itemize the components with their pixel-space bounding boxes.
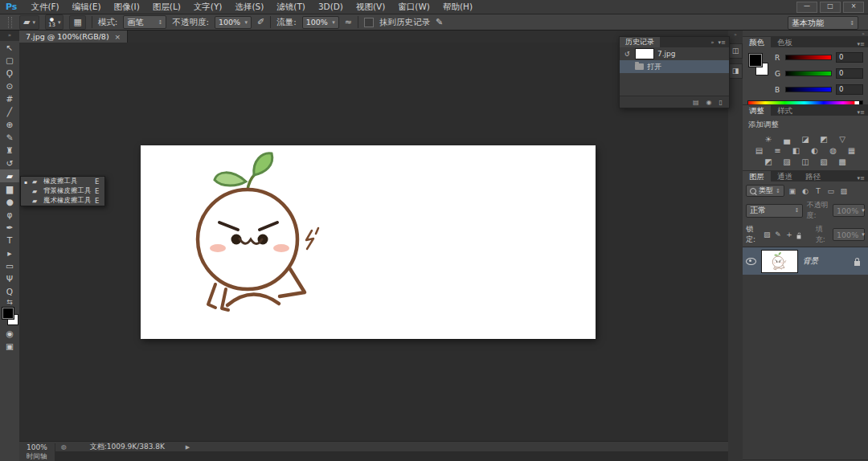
lasso-tool[interactable]: Ϙ <box>0 67 19 80</box>
tab-color[interactable]: 颜色 <box>743 37 771 47</box>
dodge-tool[interactable]: φ <box>0 208 19 221</box>
hand-tool[interactable]: Ψ <box>0 272 19 285</box>
blue-slider[interactable] <box>785 87 832 92</box>
layer-thumbnail[interactable] <box>761 250 798 273</box>
tab-swatches[interactable]: 色板 <box>771 37 799 47</box>
tab-styles[interactable]: 样式 <box>771 105 799 116</box>
layer-name[interactable]: 背景 <box>803 256 850 267</box>
fill-value-field[interactable]: 100% ▾ <box>833 228 865 241</box>
history-tab[interactable]: 历史记录 <box>620 37 660 47</box>
tab-layers[interactable]: 图层 <box>743 171 771 182</box>
canvas-artwork[interactable] <box>141 145 596 339</box>
close-button[interactable]: × <box>843 2 864 13</box>
menu-item[interactable]: 选择(S) <box>228 0 270 14</box>
move-tool[interactable]: ↖ <box>0 41 19 54</box>
blend-mode-dropdown[interactable]: 正常 ↕ <box>746 204 803 218</box>
layer-visibility-eye-icon[interactable] <box>746 258 756 265</box>
marquee-tool[interactable]: ▢ <box>0 54 19 67</box>
mode-dropdown[interactable]: 画笔 ↕ <box>123 15 166 29</box>
blur-tool[interactable]: ● <box>0 195 19 208</box>
red-value-field[interactable]: 0 <box>836 52 863 63</box>
green-slider[interactable] <box>785 71 832 76</box>
menu-item[interactable]: 编辑(E) <box>66 0 108 14</box>
filter-shape-icon[interactable]: ▭ <box>826 187 836 195</box>
pressure-opacity-icon[interactable]: ✐ <box>257 17 264 27</box>
adjustment-icon[interactable]: ▤ <box>754 146 765 155</box>
new-document-from-state-button[interactable]: ▤ <box>693 99 699 106</box>
screen-mode-button[interactable]: ▣ <box>0 340 19 353</box>
erase-to-history-checkbox[interactable] <box>364 18 374 27</box>
pressure-size-icon[interactable]: ✎ <box>436 17 443 27</box>
filter-adjustment-icon[interactable]: ◐ <box>800 187 810 195</box>
filter-smart-object-icon[interactable]: ▨ <box>839 187 849 195</box>
adjustment-icon[interactable]: ≡ <box>772 146 784 155</box>
lock-transparent-pixels-icon[interactable]: ▨ <box>763 230 771 239</box>
rectangle-tool[interactable]: ▭ <box>0 259 19 272</box>
lock-position-icon[interactable]: + <box>785 230 793 239</box>
panel-menu-icon[interactable]: ▾≡ <box>719 39 726 46</box>
adjustment-icon[interactable]: ▦ <box>846 146 858 155</box>
flyout-item-eraser[interactable]: ▪ ▰ 橡皮擦工具 E <box>21 177 104 186</box>
menu-item[interactable]: 3D(D) <box>312 0 350 14</box>
menu-item[interactable]: 图层(L) <box>146 0 187 14</box>
pen-tool[interactable]: ✒ <box>0 221 19 234</box>
maximize-button[interactable]: □ <box>820 2 841 13</box>
minimize-button[interactable]: — <box>796 2 817 13</box>
zoom-tool[interactable]: Q <box>0 285 19 298</box>
flyout-item-magic-eraser[interactable]: ▰ 魔术橡皮擦工具 E <box>21 196 104 206</box>
collapse-toolbar-button[interactable]: » <box>0 31 19 41</box>
adjustment-icon[interactable]: ▧ <box>818 157 829 166</box>
collapse-panel-icon[interactable]: » <box>710 39 714 46</box>
filter-type-icon[interactable]: T <box>813 187 823 195</box>
adjustment-icon[interactable]: ◫ <box>800 157 811 166</box>
history-brush-source-icon[interactable]: ↺ <box>622 51 632 58</box>
brush-tool[interactable]: ✎ <box>0 131 19 144</box>
panel-menu-icon[interactable]: ▾≡ <box>858 41 868 47</box>
tab-paths[interactable]: 路径 <box>799 171 827 182</box>
expand-dock-icon[interactable]: » <box>734 31 737 39</box>
document-tab[interactable]: 7.jpg @ 100%(RGB/8) × <box>19 31 128 43</box>
timeline-tab[interactable]: 时间轴 <box>19 451 55 461</box>
eraser-tool[interactable]: ▰ <box>0 169 19 182</box>
green-value-field[interactable]: 0 <box>836 68 863 79</box>
history-brush-tool[interactable]: ↺ <box>0 157 19 169</box>
menu-item[interactable]: 窗口(W) <box>391 0 436 14</box>
tool-preset-picker[interactable]: ▰ ▾ <box>19 15 39 30</box>
adjustment-icon[interactable]: ◩ <box>818 135 829 144</box>
gradient-tool[interactable]: ▆ <box>0 182 19 195</box>
crop-tool[interactable]: # <box>0 92 19 105</box>
menu-item[interactable]: 文字(Y) <box>187 0 229 14</box>
brush-size-picker[interactable]: ● 13 ▾ <box>45 14 63 30</box>
tab-channels[interactable]: 通道 <box>771 171 799 182</box>
history-snapshot-row[interactable]: ↺ 7.jpg <box>620 47 729 60</box>
adjustment-icon[interactable]: ◪ <box>800 135 811 144</box>
adjustment-icon[interactable]: ▩ <box>837 157 848 166</box>
quick-mask-button[interactable]: ◉ <box>0 327 19 340</box>
menu-item[interactable]: 视图(V) <box>350 0 391 14</box>
new-snapshot-button[interactable]: ◉ <box>706 99 712 106</box>
red-slider[interactable] <box>785 55 832 60</box>
adjustment-icon[interactable]: ◐ <box>809 146 821 155</box>
lock-image-pixels-icon[interactable]: ✎ <box>774 230 782 239</box>
flyout-item-background-eraser[interactable]: ▰ 背景橡皮擦工具 E <box>21 186 104 196</box>
blue-value-field[interactable]: 0 <box>836 84 863 95</box>
swap-colors-icon[interactable]: ⇆ <box>0 298 19 306</box>
menu-item[interactable]: 图像(I) <box>107 0 145 14</box>
filter-type-dropdown[interactable]: 类型 ↕ <box>746 185 784 197</box>
status-menu-arrow-icon[interactable]: ▶ <box>186 444 190 451</box>
history-state-row[interactable]: 打开 <box>620 60 729 73</box>
layer-opacity-field[interactable]: 100% ▾ <box>833 204 865 217</box>
collapse-dock-icon[interactable]: » <box>743 31 868 36</box>
panel-menu-icon[interactable]: ▾≡ <box>858 175 868 182</box>
workspace-switcher[interactable]: 基本功能 ↕ <box>788 16 858 30</box>
background-layer-row[interactable]: 背景 <box>743 247 868 275</box>
healing-brush-tool[interactable]: ⊕ <box>0 118 19 131</box>
tab-adjustments[interactable]: 调整 <box>743 105 771 116</box>
menu-item[interactable]: 帮助(H) <box>436 0 479 14</box>
filter-image-icon[interactable]: ▣ <box>788 187 797 195</box>
adjustment-icon[interactable]: ☀ <box>763 135 774 144</box>
adjustment-icon[interactable]: ▨ <box>781 157 792 166</box>
adjustment-icon[interactable]: ◍ <box>828 146 839 155</box>
adjustment-icon[interactable]: ▄ <box>781 135 792 144</box>
type-tool[interactable]: T <box>0 234 19 247</box>
